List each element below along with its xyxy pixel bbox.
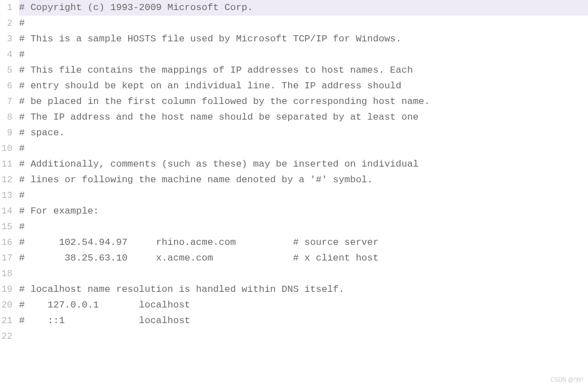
code-line[interactable]: # ::1 localhost: [19, 313, 588, 329]
line-number: 5: [0, 63, 12, 78]
code-line[interactable]: # For example:: [19, 204, 588, 219]
line-number-gutter: 1 2 3 4 5 6 7 8 9 10 11 12 13 14 15 16 1…: [0, 0, 15, 388]
code-line[interactable]: # be placed in the first column followed…: [19, 94, 588, 110]
line-number: 14: [0, 204, 12, 219]
line-number: 3: [0, 31, 12, 47]
line-number: 2: [0, 16, 12, 31]
code-line[interactable]: # space.: [19, 125, 588, 141]
code-area[interactable]: # Copyright (c) 1993-2009 Microsoft Corp…: [15, 0, 588, 388]
line-number: 18: [0, 266, 12, 282]
line-number: 17: [0, 250, 12, 266]
code-line[interactable]: #: [19, 219, 588, 235]
line-number: 11: [0, 157, 12, 172]
line-number: 13: [0, 188, 12, 204]
code-line[interactable]: # This is a sample HOSTS file used by Mi…: [19, 31, 588, 47]
line-number: 10: [0, 141, 12, 157]
line-number: 4: [0, 47, 12, 63]
line-number: 22: [0, 329, 12, 344]
line-number: 9: [0, 125, 12, 141]
line-number: 1: [0, 0, 12, 16]
code-line[interactable]: # 127.0.0.1 localhost: [19, 297, 588, 313]
code-line[interactable]: # lines or following the machine name de…: [19, 172, 588, 188]
line-number: 12: [0, 172, 12, 188]
line-number: 19: [0, 282, 12, 297]
code-line[interactable]: # Additionally, comments (such as these)…: [19, 157, 588, 172]
code-line[interactable]: [19, 329, 588, 344]
code-line[interactable]: # 102.54.94.97 rhino.acme.com # source s…: [19, 235, 588, 250]
watermark: CSDN @*郑*: [551, 376, 584, 385]
line-number: 8: [0, 110, 12, 125]
line-number: 21: [0, 313, 12, 329]
code-line[interactable]: #: [19, 141, 588, 157]
code-line[interactable]: # entry should be kept on an individual …: [19, 78, 588, 94]
code-line[interactable]: #: [19, 188, 588, 204]
code-line[interactable]: # 38.25.63.10 x.acme.com # x client host: [19, 250, 588, 266]
code-line[interactable]: # Copyright (c) 1993-2009 Microsoft Corp…: [19, 0, 588, 16]
line-number: 16: [0, 235, 12, 250]
line-number: 15: [0, 219, 12, 235]
code-editor[interactable]: 1 2 3 4 5 6 7 8 9 10 11 12 13 14 15 16 1…: [0, 0, 588, 388]
code-line[interactable]: [19, 266, 588, 282]
code-line[interactable]: # This file contains the mappings of IP …: [19, 63, 588, 78]
line-number: 6: [0, 78, 12, 94]
code-line[interactable]: #: [19, 47, 588, 63]
line-number: 20: [0, 297, 12, 313]
code-line[interactable]: # The IP address and the host name shoul…: [19, 110, 588, 125]
code-line[interactable]: #: [19, 16, 588, 31]
line-number: 7: [0, 94, 12, 110]
code-line[interactable]: # localhost name resolution is handled w…: [19, 282, 588, 297]
